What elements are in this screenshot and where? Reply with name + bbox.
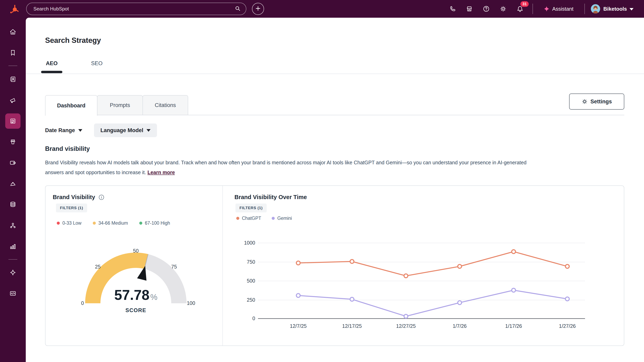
svg-text:1/27/26: 1/27/26 — [559, 323, 576, 329]
data-point-Gemini — [566, 297, 569, 301]
tab-aeo[interactable]: AEO — [41, 60, 62, 66]
sidebar-item-content[interactable] — [10, 118, 16, 124]
data-point-ChatGPT — [566, 265, 569, 268]
settings-gear-icon[interactable] — [500, 5, 506, 12]
section-heading: Brand visibility — [45, 145, 90, 152]
date-range-filter[interactable]: Date Range — [45, 123, 82, 137]
sidebar-item-ai[interactable] — [10, 269, 16, 276]
legend-item-gemini[interactable]: Gemini — [272, 216, 292, 221]
data-point-ChatGPT — [296, 261, 300, 265]
legend-dot — [93, 222, 96, 225]
line-card-title: Brand Visibility Over Time — [234, 194, 307, 201]
svg-text:12/7/25: 12/7/25 — [290, 323, 306, 329]
tab-seo[interactable]: SEO — [86, 60, 108, 66]
sidebar-item-developer[interactable] — [10, 290, 16, 297]
gauge-tick-50: 50 — [133, 248, 139, 254]
gauge-card-header: Brand Visibility — [53, 194, 104, 201]
sidebar-item-commerce[interactable] — [10, 139, 16, 145]
svg-text:1000: 1000 — [244, 240, 255, 246]
gauge-legend: 0-33 Low 34-66 Medium 67-100 High — [57, 220, 170, 226]
sidebar-item-data[interactable] — [10, 201, 16, 208]
topbar-divider — [584, 3, 585, 14]
data-point-Gemini — [404, 314, 408, 318]
sidebar-item-contacts[interactable] — [10, 76, 16, 83]
gear-icon — [582, 98, 588, 105]
x-axis-labels: 12/7/25 12/17/25 12/27/25 1/7/26 1/17/26… — [290, 323, 576, 329]
create-button[interactable] — [252, 3, 264, 15]
sidebar-item-marketing[interactable] — [10, 97, 16, 104]
assistant-button[interactable]: Assistant — [552, 6, 574, 12]
sidebar-divider — [8, 65, 17, 66]
gauge-tick-100: 100 — [187, 300, 195, 306]
caret-down-icon — [78, 129, 82, 132]
active-tab-underline — [41, 71, 62, 73]
sidebar-item-payments[interactable] — [10, 159, 16, 166]
svg-text:1/17/26: 1/17/26 — [505, 323, 522, 329]
y-axis-labels: 1000 750 500 250 0 — [244, 240, 255, 321]
date-range-label: Date Range — [45, 127, 75, 134]
data-point-Gemini — [512, 288, 516, 292]
calls-icon[interactable] — [449, 5, 456, 12]
data-point-Gemini — [296, 294, 300, 298]
sidebar-item-home[interactable] — [10, 28, 16, 35]
help-icon[interactable] — [483, 5, 490, 12]
gauge-tick-75: 75 — [171, 264, 177, 270]
line-card-header: Brand Visibility Over Time — [234, 194, 307, 201]
section-description: Brand Visibility reveals how AI models t… — [45, 158, 541, 177]
gauge-tick-0: 0 — [81, 300, 84, 306]
tab-strip-divider — [45, 115, 624, 115]
card-divider — [222, 186, 223, 346]
gauge-filters-badge[interactable]: FILTERS (1) — [56, 204, 87, 212]
legend-label: 67-100 High — [145, 220, 170, 226]
hubspot-logo-icon[interactable] — [9, 4, 18, 14]
settings-button[interactable]: Settings — [569, 93, 624, 110]
sidebar-item-reporting[interactable] — [10, 243, 16, 250]
search-icon — [235, 5, 241, 12]
svg-text:250: 250 — [247, 297, 255, 303]
marketplace-icon[interactable] — [466, 5, 473, 12]
svg-text:750: 750 — [247, 259, 255, 265]
legend-dot — [139, 222, 142, 225]
gauge-chart: 50 25 75 0 100 57.78% SCORE — [77, 244, 198, 314]
sidebar-item-service[interactable] — [10, 180, 16, 187]
data-point-Gemini — [350, 298, 354, 301]
tab-citations[interactable]: Citations — [142, 95, 188, 115]
data-point-ChatGPT — [512, 250, 516, 254]
section-description-text: Brand Visibility reveals how AI models t… — [45, 160, 526, 175]
line-legend: ChatGPT Gemini — [236, 216, 292, 221]
info-icon[interactable] — [98, 194, 104, 200]
tab-row-divider — [26, 74, 644, 74]
svg-text:0: 0 — [252, 316, 255, 321]
legend-item-low[interactable]: 0-33 Low — [57, 220, 82, 226]
account-menu[interactable]: Biketools — [603, 6, 627, 12]
plus-icon — [254, 5, 262, 13]
user-avatar[interactable] — [591, 4, 600, 13]
sidebar-item-bookmarks[interactable] — [10, 49, 16, 56]
language-model-label: Language Model — [100, 127, 143, 134]
assistant-sparkle-icon — [544, 6, 550, 12]
gridlines — [258, 243, 585, 300]
notification-count-badge[interactable]: 31 — [520, 1, 529, 7]
topbar-divider — [532, 3, 533, 14]
tab-dashboard[interactable]: Dashboard — [45, 95, 98, 116]
line-filters-badge[interactable]: FILTERS (1) — [236, 204, 267, 212]
series-group — [296, 250, 569, 318]
chevron-down-icon[interactable] — [630, 8, 634, 10]
global-search-input[interactable]: Search HubSpot — [26, 2, 246, 15]
gauge-tick-25: 25 — [95, 264, 100, 270]
legend-item-medium[interactable]: 34-66 Medium — [93, 220, 128, 226]
data-point-ChatGPT — [458, 265, 462, 268]
sidebar-divider — [8, 259, 17, 260]
learn-more-link[interactable]: Learn more — [148, 170, 175, 175]
legend-item-chatgpt[interactable]: ChatGPT — [236, 216, 261, 221]
legend-dot — [236, 217, 239, 220]
settings-button-label: Settings — [590, 98, 612, 105]
data-point-ChatGPT — [404, 274, 408, 278]
data-point-ChatGPT — [350, 260, 354, 264]
legend-label: ChatGPT — [242, 216, 261, 221]
tab-prompts[interactable]: Prompts — [97, 95, 143, 115]
language-model-filter[interactable]: Language Model — [94, 123, 157, 137]
gauge-score: 57.78% — [114, 287, 158, 303]
sidebar-item-automations[interactable] — [10, 222, 16, 229]
legend-item-high[interactable]: 67-100 High — [139, 220, 170, 226]
